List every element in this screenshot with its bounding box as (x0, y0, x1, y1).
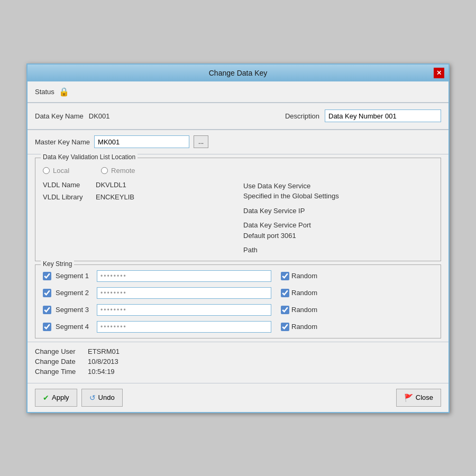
segment-1-random-checkbox[interactable] (281, 272, 289, 280)
segment-3-input[interactable] (97, 304, 271, 316)
master-key-section: Master Key Name ... (28, 130, 448, 154)
local-label: Local (53, 167, 69, 175)
service-port-label: Data Key Service Port (243, 221, 311, 229)
change-user-value: ETSRM01 (88, 347, 120, 355)
undo-button[interactable]: ↺ Undo (81, 389, 123, 407)
segment-2-random-label: Random (291, 289, 317, 297)
remote-radio-label[interactable]: Remote (101, 167, 135, 175)
data-key-name-label: Data Key Name (35, 112, 84, 120)
segment-2-random-wrap: Random (281, 289, 317, 297)
master-key-label: Master Key Name (35, 138, 90, 146)
segment-4-row: Segment 4 Random (43, 321, 433, 333)
btn-left-group: ✔ Apply ↺ Undo (35, 389, 123, 407)
vldl-name-row: VLDL Name DKVLDL1 (43, 181, 233, 189)
local-radio[interactable] (43, 167, 50, 174)
segment-3-label: Segment 3 (56, 306, 93, 314)
remote-radio[interactable] (101, 167, 108, 174)
apply-button[interactable]: ✔ Apply (35, 389, 77, 407)
segment-1-row: Segment 1 Random (43, 270, 433, 282)
change-info-section: Change User ETSRM01 Change Date 10/8/201… (28, 342, 448, 383)
description-input[interactable] (325, 109, 441, 122)
segment-2-checkbox[interactable] (43, 289, 51, 297)
segment-1-checkbox[interactable] (43, 272, 51, 280)
master-key-input[interactable] (94, 135, 189, 148)
vldl-library-label: VLDL Library (43, 193, 90, 201)
segment-1-label: Segment 1 (56, 272, 93, 280)
close-icon: 🚩 (404, 393, 413, 402)
service-ip-label: Data Key Service IP (243, 207, 305, 215)
status-section: Status 🔒 (28, 81, 448, 103)
undo-label: Undo (98, 393, 115, 401)
key-string-group-label: Key String (41, 260, 74, 268)
data-key-name-value: DK001 (89, 112, 110, 120)
segment-2-label: Segment 2 (56, 289, 93, 297)
change-time-value: 10:54:19 (88, 368, 115, 376)
location-radio-row: Local Remote (43, 167, 433, 175)
service-port-row: Data Key Service Port Default port 3061 (243, 220, 433, 241)
vkdl-group-label: Data Key Validation List Location (41, 153, 138, 161)
change-date-label: Change Date (35, 358, 83, 365)
default-port-label: Default port 3061 (243, 232, 296, 240)
vldl-library-row: VLDL Library ENCKEYLIB (43, 193, 233, 201)
description-row: Description (285, 109, 441, 122)
segment-3-random-wrap: Random (281, 306, 317, 314)
specified-label: Specified in the Global Settings (243, 192, 339, 200)
window-title: Change Data Key (42, 69, 434, 77)
vldl-name-value: DKVLDL1 (96, 181, 126, 189)
change-time-label: Change Time (35, 368, 83, 376)
data-key-section: Data Key Name DK001 Description (28, 103, 448, 130)
segment-1-random-wrap: Random (281, 272, 317, 280)
check-icon: ✔ (43, 393, 49, 402)
segment-3-row: Segment 3 Random (43, 304, 433, 316)
service-ip-row: Data Key Service IP (243, 206, 433, 216)
key-string-group: Key String Segment 1 Random Segment 2 Ra… (35, 264, 441, 338)
segment-1-input[interactable] (97, 270, 271, 282)
title-bar: Change Data Key ✕ (28, 65, 448, 81)
path-label: Path (243, 246, 258, 254)
segment-1-random-label: Random (291, 272, 317, 280)
lock-icon: 🔒 (59, 87, 69, 97)
change-user-row: Change User ETSRM01 (35, 347, 441, 355)
segment-3-random-checkbox[interactable] (281, 306, 289, 314)
segment-3-random-label: Random (291, 306, 317, 314)
segment-2-random-checkbox[interactable] (281, 289, 289, 297)
status-label: Status (35, 88, 54, 96)
segment-2-input[interactable] (97, 287, 271, 299)
segment-4-checkbox[interactable] (43, 323, 51, 331)
segment-4-random-checkbox[interactable] (281, 323, 289, 331)
remote-label: Remote (111, 167, 135, 175)
data-key-name-row: Data Key Name DK001 (35, 112, 110, 120)
close-label: Close (416, 393, 433, 401)
close-window-button[interactable]: ✕ (434, 68, 444, 78)
description-label: Description (285, 112, 319, 120)
vkdl-group: Data Key Validation List Location Local … (35, 158, 441, 261)
vldl-right-col: Use Data Key Service Specified in the Gl… (243, 181, 433, 255)
close-button[interactable]: 🚩 Close (396, 389, 441, 407)
change-time-row: Change Time 10:54:19 (35, 368, 441, 376)
segment-4-random-label: Random (291, 323, 317, 331)
segment-3-checkbox[interactable] (43, 306, 51, 314)
segment-4-label: Segment 4 (56, 323, 93, 331)
apply-label: Apply (52, 393, 69, 401)
segment-4-random-wrap: Random (281, 323, 317, 331)
change-date-value: 10/8/2013 (88, 358, 118, 365)
use-service-row: Use Data Key Service Specified in the Gl… (243, 181, 433, 202)
vldl-library-value: ENCKEYLIB (96, 193, 134, 201)
button-bar: ✔ Apply ↺ Undo 🚩 Close (28, 383, 448, 412)
path-row: Path (243, 245, 433, 255)
local-radio-label[interactable]: Local (43, 167, 69, 175)
vldl-grid: VLDL Name DKVLDL1 VLDL Library ENCKEYLIB… (43, 181, 433, 255)
change-date-row: Change Date 10/8/2013 (35, 358, 441, 365)
change-user-label: Change User (35, 347, 83, 355)
undo-icon: ↺ (89, 393, 96, 402)
segment-4-input[interactable] (97, 321, 271, 333)
browse-button[interactable]: ... (194, 135, 208, 148)
use-service-label: Use Data Key Service (243, 182, 310, 190)
vldl-left-col: VLDL Name DKVLDL1 VLDL Library ENCKEYLIB (43, 181, 233, 255)
segment-2-row: Segment 2 Random (43, 287, 433, 299)
vldl-name-label: VLDL Name (43, 181, 90, 189)
dialog-window: Change Data Key ✕ Status 🔒 Data Key Name… (26, 63, 450, 413)
